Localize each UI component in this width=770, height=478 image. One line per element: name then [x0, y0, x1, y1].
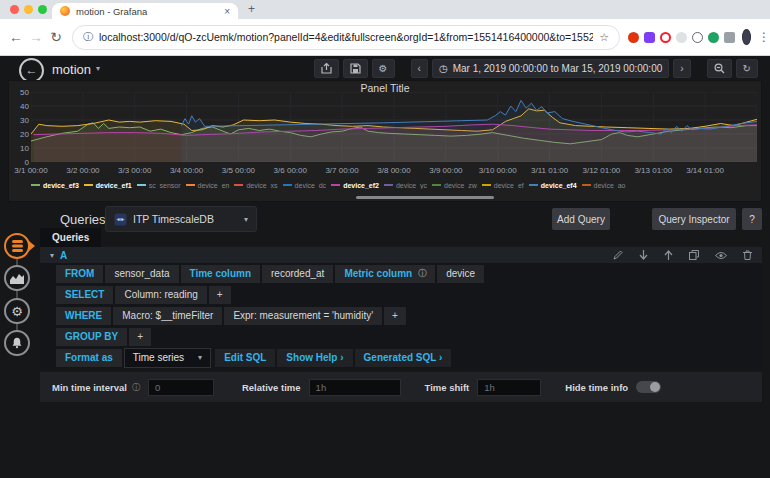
legend-item[interactable]: device_dc [283, 182, 327, 189]
time-column-keyword[interactable]: Time column [181, 265, 261, 283]
query-letter: A [60, 250, 597, 261]
select-keyword[interactable]: SELECT [56, 286, 113, 304]
x-tick-label: 3/8 00:00 [368, 166, 420, 175]
new-tab-button[interactable]: + [248, 2, 255, 16]
grafana-favicon [60, 6, 70, 16]
x-tick-label: 3/5 00:00 [212, 166, 264, 175]
legend-item[interactable]: device_en [186, 182, 230, 189]
move-query-down-button[interactable] [639, 250, 648, 260]
where-keyword[interactable]: WHERE [56, 307, 111, 325]
reload-icon[interactable]: ↻ [46, 29, 66, 45]
add-where-button[interactable]: + [384, 307, 406, 325]
panel-settings-button[interactable]: ⚙ [372, 59, 395, 78]
select-column-segment[interactable]: Column: reading [115, 286, 206, 304]
add-query-button[interactable]: Add Query [552, 208, 610, 230]
collapse-caret-icon[interactable]: ▾ [50, 251, 54, 260]
edit-query-button[interactable] [613, 250, 623, 260]
sidebar-item-visualization[interactable] [4, 265, 30, 291]
window-close-button[interactable] [10, 5, 19, 14]
window-zoom-button[interactable] [38, 5, 47, 14]
legend-scrollbar[interactable] [356, 196, 494, 199]
sidebar-item-queries[interactable] [4, 233, 30, 259]
group-by-keyword[interactable]: GROUP BY [56, 328, 127, 346]
window-minimize-button[interactable] [24, 5, 33, 14]
back-icon[interactable]: ← [6, 29, 26, 45]
extension-icon[interactable] [660, 32, 671, 43]
extension-icon[interactable] [724, 32, 735, 43]
browser-profile-avatar[interactable] [742, 29, 751, 45]
legend-item[interactable]: device_ef3 [31, 182, 79, 189]
disable-query-button[interactable] [715, 251, 727, 260]
legend-item[interactable]: device_ao [582, 182, 626, 189]
extension-icon[interactable] [644, 32, 655, 43]
chart-icon [10, 273, 24, 284]
time-range-picker[interactable]: ◷ Mar 1, 2019 00:00:00 to Mar 15, 2019 0… [432, 59, 669, 78]
save-button[interactable] [343, 59, 368, 78]
from-table-segment[interactable]: sensor_data [105, 265, 178, 283]
forward-icon[interactable]: → [26, 29, 46, 45]
sidebar-item-alert[interactable] [4, 330, 30, 356]
metric-column-keyword[interactable]: Metric columnⓘ [335, 265, 435, 283]
site-info-icon[interactable]: ⓘ [83, 30, 93, 44]
browser-tab[interactable]: motion - Grafana × [52, 3, 238, 19]
browser-menu-icon[interactable]: ⋮ [758, 30, 770, 44]
format-as-keyword[interactable]: Format as [56, 349, 122, 367]
tab-queries[interactable]: Queries [40, 228, 101, 247]
where-expr-segment[interactable]: Expr: measurement = 'humidity' [224, 307, 382, 325]
info-icon: ⓘ [418, 268, 426, 279]
graph-panel[interactable]: Panel Title 01020304050 3/1 00:003/2 00:… [8, 80, 762, 202]
share-button[interactable] [314, 59, 339, 78]
time-range-back-button[interactable]: ‹ [411, 59, 428, 78]
x-tick-label: 3/10 00:00 [472, 166, 524, 175]
refresh-button[interactable]: ↻ [736, 59, 758, 78]
extension-icon[interactable] [708, 32, 719, 43]
legend-item[interactable]: device_ef1 [84, 182, 132, 189]
relative-time-input[interactable] [309, 379, 401, 396]
generated-sql-button[interactable]: Generated SQL › [355, 349, 452, 367]
delete-query-button[interactable] [743, 250, 752, 260]
show-help-button[interactable]: Show Help › [277, 349, 352, 367]
time-shift-input[interactable] [477, 379, 541, 396]
bookmark-star-icon[interactable]: ☆ [599, 31, 609, 44]
toggle-knob [650, 382, 660, 392]
url-bar[interactable]: ⓘ localhost:3000/d/qO-zcUemk/motion?pane… [72, 25, 620, 50]
url-text[interactable]: localhost:3000/d/qO-zcUemk/motion?panelI… [99, 31, 593, 43]
legend-item[interactable]: device_yc [384, 182, 427, 189]
query-row-header[interactable]: ▾ A [40, 247, 762, 263]
edit-sql-button[interactable]: Edit SQL [215, 349, 275, 367]
min-time-interval-input[interactable] [148, 379, 214, 396]
extension-icon[interactable] [692, 32, 703, 43]
zoom-out-button[interactable] [707, 59, 732, 78]
add-select-button[interactable]: + [209, 286, 231, 304]
time-column-segment[interactable]: recorded_at [262, 265, 333, 283]
query-inspector-button[interactable]: Query Inspector [652, 208, 736, 230]
move-query-up-button[interactable] [664, 250, 673, 260]
metric-column-segment[interactable]: device [437, 265, 484, 283]
time-series-chart[interactable] [31, 92, 757, 162]
hide-time-info-toggle[interactable] [636, 381, 661, 393]
sidebar-item-general[interactable]: ⚙ [4, 298, 30, 324]
extension-icon[interactable] [628, 32, 639, 43]
legend-item[interactable]: device_ef4 [529, 182, 577, 189]
time-range-forward-button[interactable]: › [673, 59, 690, 78]
x-tick-label: 3/2 00:00 [57, 166, 109, 175]
time-shift-label: Time shift [425, 382, 470, 393]
tab-close-icon[interactable]: × [224, 6, 230, 17]
legend-color-swatch [482, 184, 491, 186]
duplicate-query-button[interactable] [689, 250, 699, 260]
add-group-by-button[interactable]: + [129, 328, 151, 346]
chart-legend[interactable]: device_ef3device_ef1sc_sensordevice_ende… [31, 180, 751, 189]
legend-item[interactable]: device_zw [432, 182, 477, 189]
dashboard-title[interactable]: motion [52, 62, 91, 77]
chevron-down-icon: ▾ [244, 215, 248, 224]
from-keyword[interactable]: FROM [56, 265, 103, 283]
where-macro-segment[interactable]: Macro: $__timeFilter [113, 307, 222, 325]
legend-item[interactable]: device_ef [482, 182, 524, 189]
help-button[interactable]: ? [742, 208, 762, 230]
extension-icon[interactable] [676, 32, 687, 43]
legend-item[interactable]: sc_sensor [137, 182, 181, 189]
legend-item[interactable]: device_xs [234, 182, 277, 189]
format-as-dropdown[interactable]: Time series ▾ [124, 348, 211, 368]
legend-item[interactable]: device_ef2 [331, 182, 379, 189]
datasource-picker[interactable]: ITP TimescaleDB ▾ [105, 206, 257, 232]
